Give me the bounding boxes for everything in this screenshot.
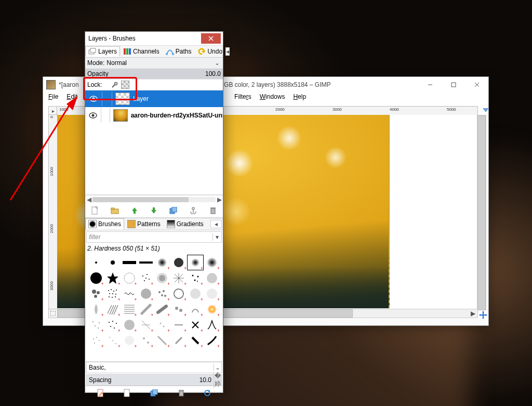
brush-swatch[interactable]: + bbox=[171, 286, 187, 301]
layer-row[interactable]: aaron-burden-rd2yxHSSatU-unspla bbox=[85, 107, 223, 124]
brush-swatch[interactable]: + bbox=[171, 255, 187, 270]
ruler-vertical[interactable]: 0 1000 2000 3000 bbox=[48, 114, 58, 310]
tab-gradients[interactable]: Gradients bbox=[164, 218, 207, 230]
menu-file[interactable]: FFileile bbox=[45, 93, 61, 103]
brush-swatch[interactable]: + bbox=[204, 255, 220, 270]
brush-swatch[interactable]: + bbox=[105, 271, 121, 285]
visibility-toggle[interactable] bbox=[88, 94, 99, 104]
brush-swatch[interactable]: + bbox=[88, 333, 104, 348]
brush-swatch[interactable]: + bbox=[138, 286, 154, 301]
duplicate-layer-button[interactable] bbox=[169, 206, 178, 215]
link-toggle[interactable] bbox=[102, 91, 112, 106]
raise-layer-button[interactable] bbox=[130, 206, 139, 215]
brush-swatch[interactable]: + bbox=[204, 318, 220, 332]
tab-paths[interactable]: Paths bbox=[163, 46, 195, 57]
delete-layer-button[interactable] bbox=[208, 206, 218, 215]
brush-swatch[interactable]: + bbox=[155, 333, 170, 348]
menu-windows[interactable]: WindowsWindows bbox=[257, 93, 288, 103]
brush-swatch[interactable]: + bbox=[88, 318, 104, 332]
brush-swatch[interactable]: + bbox=[204, 271, 220, 285]
canvas-menu-icon[interactable] bbox=[482, 106, 490, 114]
quickmask-toggle[interactable] bbox=[48, 309, 58, 318]
brush-swatch[interactable]: + bbox=[122, 271, 137, 285]
menu-edit[interactable]: EditEdit bbox=[63, 93, 81, 103]
edit-brush-button[interactable] bbox=[97, 389, 104, 397]
brush-swatch[interactable]: + bbox=[188, 302, 203, 317]
brush-swatch[interactable]: + bbox=[204, 302, 220, 317]
stepper-icon[interactable]: �婷 bbox=[214, 372, 221, 388]
menu-filters[interactable]: FiltersFilters bbox=[231, 93, 255, 103]
brush-swatch[interactable]: + bbox=[105, 333, 121, 348]
spacing-spin[interactable]: Spacing 10.0 �婷 bbox=[86, 374, 222, 386]
brush-swatch[interactable]: + bbox=[122, 302, 137, 317]
lock-pixels-button[interactable] bbox=[111, 81, 119, 88]
brush-filter-input[interactable]: filter ▾ bbox=[86, 231, 222, 243]
brush-swatch[interactable] bbox=[105, 255, 121, 270]
brush-swatch[interactable]: + bbox=[138, 271, 154, 285]
brush-swatch[interactable]: + bbox=[138, 302, 154, 317]
brush-swatch[interactable]: + bbox=[88, 271, 104, 285]
brush-swatch[interactable]: + bbox=[105, 302, 121, 317]
link-toggle[interactable] bbox=[101, 108, 110, 123]
new-brush-button[interactable] bbox=[124, 389, 131, 397]
opacity-row[interactable]: Opacity 100.0 bbox=[85, 69, 223, 80]
brush-swatch[interactable]: + bbox=[155, 318, 170, 332]
brush-swatch[interactable] bbox=[122, 255, 137, 270]
brush-swatch[interactable]: + bbox=[122, 333, 137, 348]
brush-swatch[interactable]: + bbox=[155, 271, 170, 285]
brush-swatch[interactable]: + bbox=[171, 333, 187, 348]
lock-alpha-button[interactable] bbox=[121, 81, 129, 89]
brush-swatch[interactable]: + bbox=[188, 286, 203, 301]
brush-swatch[interactable]: + bbox=[155, 255, 170, 270]
brush-swatch[interactable] bbox=[138, 255, 154, 270]
new-layer-button[interactable] bbox=[90, 206, 100, 215]
brush-swatch[interactable]: + bbox=[155, 302, 170, 317]
brush-swatch[interactable]: + bbox=[122, 318, 137, 332]
dock-close-button[interactable] bbox=[201, 33, 221, 44]
layers-hscroll[interactable]: ◀▶ bbox=[85, 195, 223, 204]
brush-swatch[interactable]: + bbox=[138, 318, 154, 332]
tab-undo[interactable]: Undo bbox=[194, 46, 225, 57]
brush-swatch[interactable]: + bbox=[188, 271, 203, 285]
minimize-button[interactable] bbox=[418, 77, 442, 93]
delete-brush-button[interactable] bbox=[178, 389, 184, 397]
visibility-toggle[interactable] bbox=[88, 110, 98, 121]
brush-swatch[interactable]: + bbox=[155, 286, 170, 301]
brush-swatch[interactable]: + bbox=[171, 318, 187, 332]
brush-swatch[interactable]: + bbox=[88, 286, 104, 301]
brush-preset-select[interactable]: Basic, ⌄ bbox=[86, 362, 222, 373]
brush-swatch-selected[interactable]: + bbox=[188, 255, 203, 270]
new-group-button[interactable] bbox=[110, 206, 119, 215]
dock-titlebar[interactable]: Layers - Brushes bbox=[85, 32, 223, 45]
brush-swatch[interactable]: + bbox=[204, 333, 220, 348]
anchor-layer-button[interactable] bbox=[189, 206, 198, 215]
brush-swatch[interactable]: + bbox=[105, 318, 121, 332]
layer-row-selected[interactable]: Layer bbox=[85, 90, 223, 107]
blend-mode-row[interactable]: Mode: Normal ⌄ bbox=[85, 58, 223, 69]
brush-swatch[interactable]: + bbox=[88, 302, 104, 317]
brush-swatch[interactable]: + bbox=[188, 333, 203, 348]
maximize-button[interactable] bbox=[442, 77, 465, 93]
brush-swatch[interactable]: + bbox=[171, 271, 187, 285]
navigation-icon[interactable] bbox=[479, 311, 487, 319]
brush-swatch[interactable]: + bbox=[138, 333, 154, 348]
tab-layers[interactable]: Layers bbox=[85, 46, 120, 57]
close-button[interactable] bbox=[465, 77, 488, 93]
tab-brushes[interactable]: Brushes bbox=[85, 218, 124, 230]
scrollbar-vertical[interactable] bbox=[477, 115, 486, 310]
menu-help[interactable]: HelpHelp bbox=[290, 93, 309, 103]
brush-swatch[interactable]: + bbox=[171, 302, 187, 317]
tab-config-button-2[interactable]: ◂ bbox=[210, 220, 222, 228]
brush-swatch[interactable]: + bbox=[188, 318, 203, 332]
tab-config-button[interactable]: ◂ bbox=[225, 47, 230, 56]
brush-swatch[interactable]: + bbox=[122, 286, 137, 301]
layer-name[interactable]: aaron-burden-rd2yxHSSatU-unspla bbox=[131, 112, 223, 119]
refresh-brushes-button[interactable] bbox=[204, 389, 211, 397]
duplicate-brush-button[interactable] bbox=[150, 389, 158, 397]
brush-swatch[interactable]: + bbox=[105, 286, 121, 301]
tab-patterns[interactable]: Patterns bbox=[124, 218, 164, 230]
brush-swatch[interactable] bbox=[88, 255, 104, 270]
lower-layer-button[interactable] bbox=[149, 206, 158, 215]
tab-channels[interactable]: Channels bbox=[120, 46, 163, 57]
layer-name[interactable]: Layer bbox=[133, 95, 149, 102]
